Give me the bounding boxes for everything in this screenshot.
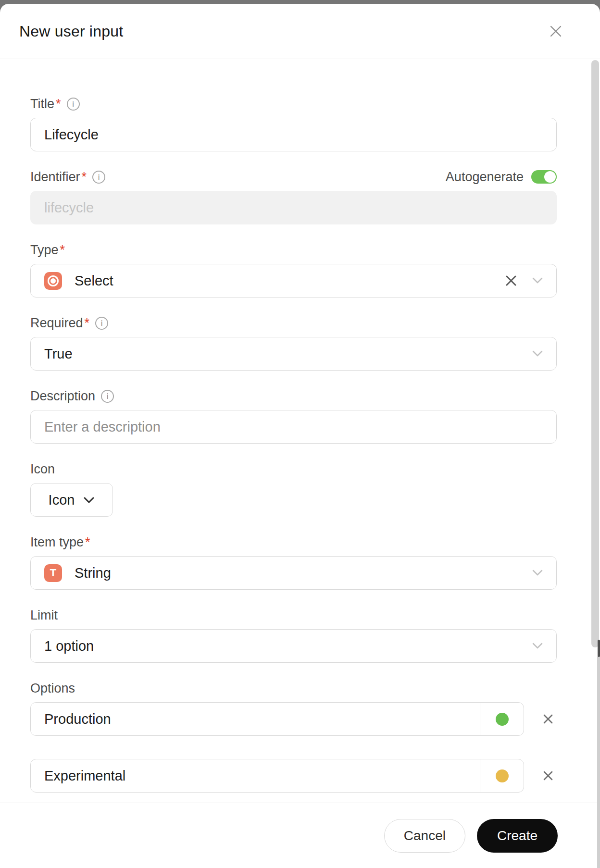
required-value: True [44, 346, 532, 362]
type-label: Type [30, 243, 59, 258]
limit-value: 1 option [44, 638, 532, 654]
string-type-icon: T [44, 564, 62, 582]
remove-icon [542, 770, 554, 781]
close-button[interactable] [546, 22, 565, 41]
required-asterisk: * [56, 97, 61, 112]
chevron-down-icon[interactable] [532, 277, 543, 284]
icon-label: Icon [30, 462, 55, 477]
required-asterisk: * [82, 170, 87, 185]
field-type: Type* Select [30, 242, 557, 298]
required-label: Required [30, 316, 83, 331]
chevron-down-icon [83, 496, 95, 504]
modal-title: New user input [19, 23, 123, 40]
chevron-down-icon[interactable] [532, 350, 543, 357]
option-row: Experimental [30, 759, 557, 793]
limit-label: Limit [30, 608, 58, 623]
modal-scrollbar-thumb[interactable] [591, 60, 599, 647]
cancel-button[interactable]: Cancel [384, 819, 465, 853]
remove-icon [542, 713, 554, 725]
field-title: Title* i [30, 96, 557, 151]
required-select[interactable]: True [30, 337, 557, 371]
page-scrollbar-thumb[interactable] [598, 640, 600, 657]
option-color-cell[interactable] [480, 703, 524, 735]
modal-header: New user input [0, 4, 600, 59]
remove-option-button[interactable] [539, 710, 557, 728]
option-value: Production [31, 703, 480, 735]
title-input[interactable] [30, 118, 557, 151]
create-button[interactable]: Create [477, 819, 558, 853]
field-identifier: Identifier* i Autogenerate [30, 169, 557, 224]
required-asterisk: * [60, 243, 65, 258]
option-row: Production [30, 702, 557, 736]
page-scrollbar-track[interactable] [597, 657, 600, 868]
option-value: Experimental [31, 759, 480, 792]
select-type-icon [44, 272, 62, 290]
identifier-label: Identifier [30, 170, 80, 185]
clear-icon[interactable] [504, 274, 518, 287]
required-asterisk: * [85, 535, 90, 550]
new-user-input-modal: New user input Title* i Identifier* i Au… [0, 4, 600, 868]
type-select[interactable]: Select [30, 264, 557, 298]
required-asterisk: * [85, 316, 90, 331]
option-color-dot-green [496, 713, 509, 726]
field-limit: Limit 1 option [30, 607, 557, 663]
identifier-input [30, 191, 557, 224]
info-icon[interactable]: i [67, 98, 80, 111]
toggle-knob [544, 171, 556, 183]
chevron-down-icon[interactable] [532, 643, 543, 649]
chevron-down-icon[interactable] [532, 570, 543, 576]
remove-option-button[interactable] [539, 767, 557, 784]
limit-select[interactable]: 1 option [30, 629, 557, 663]
close-icon [548, 23, 564, 39]
item-type-value: String [75, 565, 532, 581]
autogenerate-toggle[interactable] [531, 170, 557, 184]
description-input[interactable] [30, 410, 557, 444]
field-required: Required* i True [30, 315, 557, 371]
option-input[interactable]: Experimental [30, 759, 524, 793]
autogenerate-label: Autogenerate [446, 170, 524, 185]
info-icon[interactable]: i [92, 171, 105, 184]
info-icon[interactable]: i [95, 317, 108, 330]
info-icon[interactable]: i [101, 390, 114, 403]
modal-body: Title* i Identifier* i Autogenerate Type… [0, 59, 600, 803]
item-type-label: Item type [30, 535, 84, 550]
field-item-type: Item type* T String [30, 534, 557, 590]
field-icon: Icon Icon [30, 461, 557, 517]
description-label: Description [30, 389, 95, 404]
field-options: Options Production Experimental [30, 680, 557, 793]
option-color-dot-amber [496, 769, 509, 782]
field-description: Description i [30, 388, 557, 444]
type-value: Select [75, 273, 504, 289]
icon-picker-button[interactable]: Icon [30, 483, 113, 517]
modal-footer: Cancel Create [0, 803, 600, 868]
option-color-cell[interactable] [480, 759, 524, 792]
options-label: Options [30, 681, 75, 696]
option-input[interactable]: Production [30, 702, 524, 736]
item-type-select[interactable]: T String [30, 556, 557, 590]
title-label: Title [30, 97, 54, 112]
